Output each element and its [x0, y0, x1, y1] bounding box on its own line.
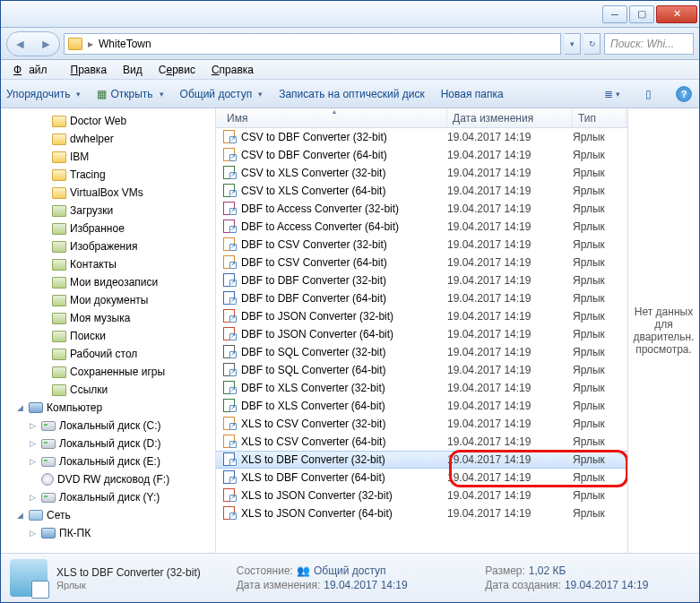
tree-item[interactable]: Изображения	[3, 237, 215, 255]
tree-item[interactable]: Ссылки	[3, 381, 215, 399]
file-row[interactable]: CSV to DBF Converter (64-bit)19.04.2017 …	[216, 146, 627, 164]
col-name[interactable]: Имя ▴	[221, 108, 447, 127]
tree-item[interactable]: VirtualBox VMs	[3, 184, 215, 202]
expand-icon[interactable]: ▷	[28, 493, 38, 502]
file-row[interactable]: XLS to DBF Converter (64-bit)19.04.2017 …	[216, 469, 627, 487]
share-button[interactable]: Общий доступ	[180, 88, 264, 100]
spec-icon	[52, 295, 66, 306]
file-row[interactable]: DBF to DBF Converter (32-bit)19.04.2017 …	[216, 271, 627, 289]
tree-item[interactable]: Рабочий стол	[3, 345, 215, 363]
menu-tools[interactable]: Сервис	[151, 62, 203, 78]
minimize-button[interactable]: ─	[602, 5, 627, 23]
tree-item[interactable]: Контакты	[3, 255, 215, 273]
file-row[interactable]: XLS to JSON Converter (64-bit)19.04.2017…	[216, 504, 627, 522]
tree-item[interactable]: Мои видеозаписи	[3, 273, 215, 291]
file-row[interactable]: XLS to JSON Converter (32-bit)19.04.2017…	[216, 487, 627, 504]
file-row[interactable]: DBF to JSON Converter (64-bit)19.04.2017…	[216, 325, 627, 343]
tree-item-label: Загрузки	[70, 204, 113, 217]
titlebar[interactable]: ─ ▢ ✕	[1, 1, 699, 28]
tree-item[interactable]: Поиски	[3, 327, 215, 345]
file-row[interactable]: DBF to DBF Converter (64-bit)19.04.2017 …	[216, 289, 627, 307]
file-date: 19.04.2017 14:19	[442, 274, 567, 287]
expand-icon[interactable]: ▷	[28, 421, 38, 430]
file-row[interactable]: DBF to SQL Converter (64-bit)19.04.2017 …	[216, 361, 627, 379]
file-row[interactable]: XLS to CSV Converter (32-bit)19.04.2017 …	[216, 415, 627, 433]
expand-icon[interactable]: ◢	[15, 511, 25, 520]
file-row[interactable]: CSV to XLS Converter (32-bit)19.04.2017 …	[216, 164, 627, 182]
breadcrumb[interactable]: ▸ WhiteTown	[64, 33, 561, 55]
tree-item[interactable]: Сохраненные игры	[3, 363, 215, 381]
file-name: DBF to DBF Converter (64-bit)	[241, 292, 386, 305]
expand-icon[interactable]: ▷	[28, 457, 38, 466]
open-button[interactable]: ▦ Открыть ▾	[97, 88, 163, 100]
file-name: DBF to CSV Converter (32-bit)	[241, 238, 387, 251]
expand-icon[interactable]: ▷	[28, 439, 38, 448]
file-row[interactable]: CSV to DBF Converter (32-bit)19.04.2017 …	[216, 128, 627, 146]
tree-item[interactable]: ▷Локальный диск (E:)	[3, 452, 215, 470]
view-mode-button[interactable]: ≣	[602, 84, 622, 104]
back-icon[interactable]: ◄	[14, 37, 27, 51]
file-row[interactable]: DBF to Access Converter (32-bit)19.04.20…	[216, 200, 627, 218]
file-row[interactable]: DBF to XLS Converter (32-bit)19.04.2017 …	[216, 379, 627, 397]
expand-icon[interactable]: ◢	[15, 403, 25, 412]
help-button[interactable]: ?	[674, 84, 694, 104]
breadcrumb-text[interactable]: WhiteTown	[99, 38, 151, 50]
file-row[interactable]: DBF to XLS Converter (64-bit)19.04.2017 …	[216, 397, 627, 415]
file-row[interactable]: DBF to CSV Converter (64-bit)19.04.2017 …	[216, 254, 627, 271]
organize-button[interactable]: Упорядочить	[6, 88, 81, 100]
file-row[interactable]: DBF to SQL Converter (32-bit)19.04.2017 …	[216, 343, 627, 361]
col-type[interactable]: Тип	[573, 108, 627, 127]
column-headers: Имя ▴ Дата изменения Тип	[216, 108, 627, 128]
menu-view[interactable]: Вид	[116, 62, 150, 78]
search-input[interactable]: Поиск: Whi...	[604, 33, 694, 55]
file-row[interactable]: DBF to Access Converter (64-bit)19.04.20…	[216, 218, 627, 236]
file-row[interactable]: DBF to CSV Converter (32-bit)19.04.2017 …	[216, 236, 627, 254]
file-row[interactable]: DBF to JSON Converter (32-bit)19.04.2017…	[216, 307, 627, 325]
menu-file[interactable]: Файл	[6, 62, 62, 78]
tree-item[interactable]: dwhelper	[3, 130, 215, 148]
tree-item[interactable]: Избранное	[3, 220, 215, 237]
file-date: 19.04.2017 14:19	[442, 418, 567, 430]
burn-button[interactable]: Записать на оптический диск	[279, 88, 425, 100]
newfolder-button[interactable]: Новая папка	[441, 88, 504, 100]
preview-pane-button[interactable]: ▯	[638, 84, 658, 104]
history-dropdown[interactable]: ▾	[565, 33, 581, 55]
shortcut-icon	[223, 399, 238, 413]
refresh-button[interactable]: ↻	[584, 33, 601, 55]
tree-item[interactable]: DVD RW дисковод (F:)	[3, 470, 215, 488]
tree-item[interactable]: Мои документы	[3, 291, 215, 309]
tree-item[interactable]: ◢Компьютер	[3, 399, 215, 417]
file-type: Ярлык	[567, 202, 621, 215]
file-row[interactable]: XLS to DBF Converter (32-bit)19.04.2017 …	[216, 451, 627, 469]
menu-edit[interactable]: Правка	[64, 62, 115, 78]
tree-item[interactable]: Tracing	[3, 166, 215, 184]
file-name: DBF to JSON Converter (64-bit)	[241, 328, 393, 340]
file-name: XLS to JSON Converter (32-bit)	[241, 489, 393, 502]
file-row[interactable]: CSV to XLS Converter (64-bit)19.04.2017 …	[216, 182, 627, 200]
navigation-tree[interactable]: Doctor WebdwhelperIBMTracingVirtualBox V…	[1, 108, 216, 553]
maximize-button[interactable]: ▢	[629, 5, 654, 23]
tree-item-label: Локальный диск (E:)	[59, 455, 160, 468]
shortcut-icon	[223, 273, 238, 288]
tree-item[interactable]: Моя музыка	[3, 309, 215, 327]
close-button[interactable]: ✕	[656, 5, 697, 23]
tree-item[interactable]: Doctor Web	[3, 112, 215, 130]
nav-buttons[interactable]: ◄ ►	[6, 31, 60, 56]
tree-item[interactable]: Загрузки	[3, 202, 215, 220]
tree-item[interactable]: ▷ПК-ПК	[3, 524, 215, 542]
shortcut-icon	[223, 363, 238, 377]
file-row[interactable]: XLS to CSV Converter (64-bit)19.04.2017 …	[216, 433, 627, 451]
file-list[interactable]: CSV to DBF Converter (32-bit)19.04.2017 …	[216, 128, 627, 553]
expand-icon[interactable]: ▷	[28, 529, 38, 538]
menu-help[interactable]: Справка	[204, 62, 261, 78]
tree-item[interactable]: ▷Локальный диск (C:)	[3, 417, 215, 435]
file-name: DBF to DBF Converter (32-bit)	[241, 274, 386, 287]
forward-icon[interactable]: ►	[40, 37, 53, 51]
tree-item[interactable]: ◢Сеть	[3, 506, 215, 524]
tree-item[interactable]: ▷Локальный диск (Y:)	[3, 488, 215, 506]
tree-item[interactable]: ▷Локальный диск (D:)	[3, 435, 215, 452]
tree-item-label: Сеть	[47, 509, 71, 521]
col-modified[interactable]: Дата изменения	[447, 108, 573, 127]
tree-item[interactable]: IBM	[3, 148, 215, 166]
file-date: 19.04.2017 14:19	[442, 507, 567, 520]
